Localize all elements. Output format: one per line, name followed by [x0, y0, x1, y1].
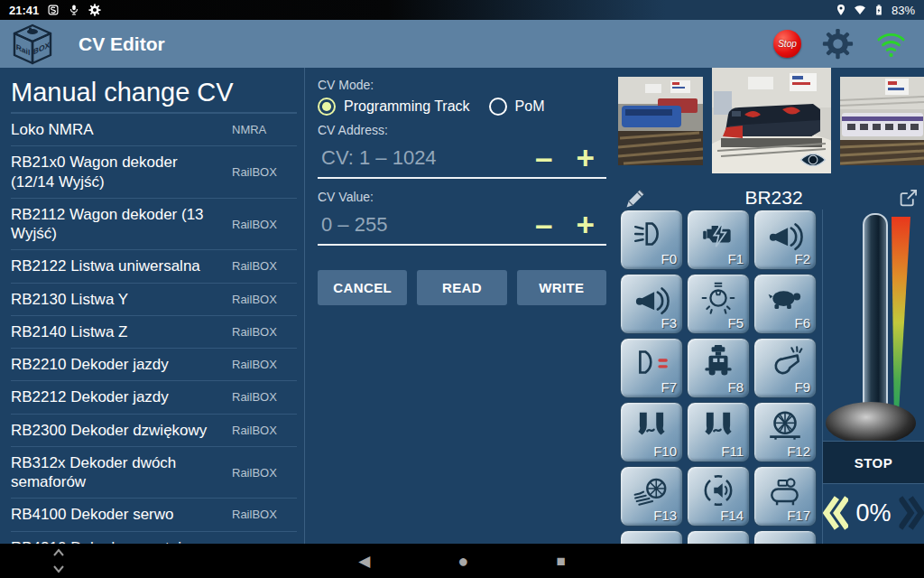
cv-address-field-row: – + [318, 143, 606, 179]
scroll-updown-icon[interactable] [52, 547, 65, 574]
status-bar: 21:41 83% [0, 0, 924, 20]
stop-button[interactable]: STOP [823, 441, 924, 484]
list-item[interactable]: RB2212 Dekoder jazdy RailBOX [11, 380, 297, 413]
function-button-f13[interactable]: F13 [620, 466, 683, 527]
wifi-icon [854, 4, 866, 16]
cv-address-minus-button[interactable]: – [523, 144, 564, 172]
loco-photo-next[interactable] [840, 77, 924, 165]
function-button-partial[interactable] [620, 530, 683, 544]
function-button-f7[interactable]: F7 [620, 338, 683, 398]
cv-address-plus-button[interactable]: + [565, 144, 606, 172]
cv-value-plus-button[interactable]: + [565, 211, 606, 238]
function-button-f2[interactable]: F2 [753, 210, 817, 270]
cv-form-panel: CV Mode: Programming Track PoM CV Addres… [306, 68, 618, 544]
function-button-partial[interactable] [687, 530, 750, 544]
coupler-icon [699, 407, 737, 445]
svg-text:BOX: BOX [33, 40, 50, 56]
function-button-f17[interactable]: F17 [753, 466, 817, 527]
list-item[interactable]: RB4100 Dekoder serwo RailBOX [11, 498, 297, 530]
whistle-icon [766, 343, 804, 381]
loco-photo-current[interactable] [712, 68, 831, 173]
nav-home-button[interactable]: ● [457, 552, 468, 570]
list-item[interactable]: RB2130 Listwa Y RailBOX [11, 283, 297, 315]
panel-title: Manual change CV [11, 75, 297, 109]
function-button-f10[interactable]: F10 [620, 402, 683, 462]
turtle-icon [766, 279, 804, 317]
loco-photo-previous[interactable] [618, 77, 703, 165]
decoder-list-panel: Manual change CV Loko NMRA NMRA RB21x0 W… [0, 68, 305, 544]
emergency-stop-button[interactable]: Stop [773, 30, 801, 58]
cv-value-input[interactable] [319, 212, 523, 238]
edit-pencil-icon[interactable] [623, 184, 650, 211]
radio-pom[interactable] [489, 98, 507, 116]
wheel-track-icon [633, 471, 670, 509]
list-item[interactable]: RB2122 Listwa uniwersalna RailBOX [11, 249, 297, 282]
gear-icon [88, 4, 101, 16]
list-item[interactable]: RB2210 Dekoder jazdy RailBOX [11, 348, 297, 380]
function-button-f0[interactable]: F0 [620, 210, 683, 270]
wifi-connection-icon[interactable] [874, 29, 908, 60]
loco-name: BR232 [650, 187, 898, 209]
horn-icon [633, 279, 670, 317]
function-button-f9[interactable]: F9 [753, 338, 817, 398]
loco-control-panel: BR232 F0 F1 F2 F3 F5 [618, 68, 924, 544]
radio-programming-track-label: Programming Track [344, 98, 470, 115]
slider-knob[interactable] [826, 402, 916, 444]
function-button-f11[interactable]: F11 [687, 402, 750, 462]
speed-slider[interactable] [823, 210, 924, 444]
settings-gear-icon[interactable] [822, 28, 854, 60]
speed-slider-column: STOP 0% [822, 210, 924, 544]
compressor-icon [766, 471, 804, 509]
function-button-partial[interactable] [753, 530, 817, 544]
list-item[interactable]: RB21x0 Wagon dekoder (12/14 Wyjść) RailB… [11, 145, 297, 198]
horn-icon [766, 215, 804, 253]
radio-programming-track[interactable] [318, 98, 336, 116]
list-item[interactable]: RB2112 Wagon dekoder (13 Wyjść) RailBOX [11, 198, 297, 250]
increase-speed-chevrons-icon[interactable] [899, 495, 924, 531]
loco-photo-carousel [618, 68, 924, 182]
speed-scale-wedge [890, 217, 911, 428]
cv-value-field-row: – + [318, 210, 606, 246]
brake-sound-icon [699, 471, 737, 509]
eye-icon [799, 150, 827, 170]
nav-back-button[interactable]: ◀ [358, 554, 370, 569]
write-button[interactable]: WRITE [517, 270, 606, 305]
bulb-icon [699, 279, 737, 317]
list-item[interactable]: RB2140 Listwa Z RailBOX [11, 315, 297, 348]
list-item[interactable]: RB2300 Dekoder dzwiękowy RailBOX [11, 414, 297, 446]
engine-icon [699, 215, 737, 253]
status-time: 21:41 [9, 4, 39, 17]
headlight-icon [633, 215, 670, 253]
function-button-grid: F0 F1 F2 F3 F5 F6 [620, 210, 820, 544]
speed-percent: 0% [855, 499, 891, 527]
function-button-f5[interactable]: F5 [687, 274, 750, 334]
cv-mode-label: CV Mode: [318, 78, 606, 92]
railbox-logo-icon: Rail BOX [11, 23, 54, 66]
list-item[interactable]: RB4310 Dekoder zwrotnic RailBOX [11, 531, 297, 545]
list-item[interactable]: RB312x Dekoder dwóch semaforów RailBOX [11, 446, 297, 499]
battery-percent: 83% [892, 4, 915, 17]
svg-text:Rail: Rail [16, 42, 31, 56]
app-bar: Rail BOX CV Editor Stop [0, 20, 924, 68]
nav-recents-button[interactable]: ■ [556, 554, 565, 569]
read-button[interactable]: READ [417, 270, 506, 305]
steam-loco-icon [699, 343, 737, 381]
list-item[interactable]: Loko NMRA NMRA [11, 113, 297, 145]
cv-value-label: CV Value: [318, 190, 606, 204]
function-button-f6[interactable]: F6 [753, 274, 817, 334]
cv-address-label: CV Address: [318, 123, 606, 137]
decrease-speed-chevrons-icon[interactable] [823, 495, 848, 531]
function-button-f12[interactable]: F12 [753, 402, 817, 462]
function-button-f14[interactable]: F14 [687, 466, 750, 527]
battery-icon [873, 4, 885, 16]
function-button-f1[interactable]: F1 [687, 210, 750, 270]
function-button-f8[interactable]: F8 [687, 338, 750, 398]
s-badge-icon [47, 4, 60, 16]
cv-value-minus-button[interactable]: – [523, 211, 564, 238]
function-button-f3[interactable]: F3 [620, 274, 683, 334]
cancel-button[interactable]: CANCEL [318, 270, 407, 305]
radio-pom-label: PoM [515, 98, 545, 115]
cv-address-input[interactable] [319, 145, 523, 171]
main-content: Manual change CV Loko NMRA NMRA RB21x0 W… [0, 68, 924, 544]
share-export-icon[interactable] [898, 187, 919, 209]
